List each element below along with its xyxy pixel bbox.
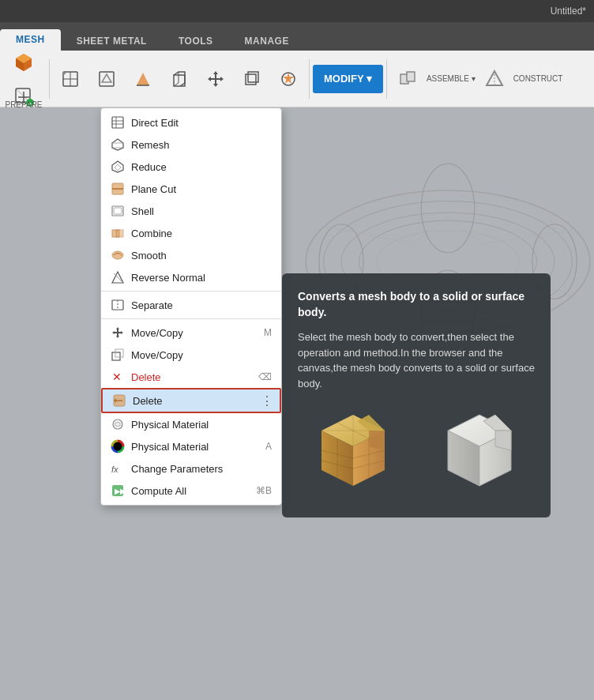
svg-rect-24 <box>407 72 415 81</box>
direct-edit-icon <box>111 115 125 130</box>
svg-line-39 <box>483 231 573 244</box>
menu-item-smooth[interactable]: Smooth <box>101 244 281 266</box>
menu-item-change-parameters[interactable]: fx Change Parameters <box>101 457 281 480</box>
convert-mesh-icon <box>112 393 126 408</box>
smooth-label: Smooth <box>131 250 167 262</box>
mesh-shape-icon <box>132 68 154 90</box>
menu-item-plane-cut[interactable]: Plane Cut <box>101 178 281 200</box>
smooth-icon <box>111 248 125 262</box>
toolbar-prepare-group: + PREPARE <box>6 44 41 114</box>
combine-label: Combine <box>131 228 172 239</box>
assemble-icon <box>397 68 419 90</box>
svg-text:✕: ✕ <box>112 371 122 383</box>
svg-rect-20 <box>246 74 256 85</box>
menu-item-reverse-normal[interactable]: Reverse Normal <box>101 266 281 288</box>
assemble-btn[interactable] <box>390 62 425 96</box>
compute-all-label: Compute All <box>131 485 186 497</box>
mesh-tool-6[interactable] <box>235 62 269 96</box>
menu-item-remesh[interactable]: Remesh <box>101 134 281 156</box>
mesh-reduce-icon <box>96 68 118 90</box>
shell-label: Shell <box>131 205 154 217</box>
solid-cube-illustration <box>432 407 527 502</box>
menu-item-separate[interactable]: Separate <box>101 294 281 316</box>
compute-all-shortcut: ⌘B <box>256 485 272 496</box>
menu-item-compute-all[interactable]: ▶▶ Compute All ⌘B <box>101 480 281 502</box>
menu-item-direct-edit[interactable]: Direct Edit <box>101 111 281 134</box>
sep1 <box>49 59 50 99</box>
svg-rect-64 <box>112 352 120 360</box>
mesh-tool-2[interactable] <box>89 62 124 96</box>
mesh-star-icon <box>277 68 299 90</box>
sep2 <box>309 59 310 99</box>
modify-button[interactable]: MODIFY ▾ <box>313 65 383 93</box>
tab-bar: MESH SHEET METAL TOOLS MANAGE <box>0 22 594 51</box>
separate-icon <box>111 298 125 312</box>
svg-rect-21 <box>248 72 258 82</box>
convert-mesh-more: ⋮ <box>261 393 273 408</box>
separator-2 <box>101 318 281 319</box>
reverse-normal-icon <box>111 270 125 284</box>
menu-item-physical-material[interactable]: Physical Material <box>101 413 281 435</box>
separate-label: Separate <box>131 299 173 311</box>
tab-manage[interactable]: MANAGE <box>229 31 305 51</box>
svg-text:▶▶: ▶▶ <box>115 487 125 495</box>
mesh-tool-3[interactable] <box>126 62 160 96</box>
delete-shortcut: ⌫ <box>258 371 272 382</box>
tab-sheet-metal[interactable]: SHEET METAL <box>61 31 163 51</box>
mesh-tool-5[interactable] <box>198 62 233 96</box>
remesh-label: Remesh <box>131 139 169 151</box>
svg-line-36 <box>324 226 413 244</box>
toolbar: + PREPARE <box>0 51 594 107</box>
svg-rect-58 <box>116 230 123 237</box>
mesh-move-icon <box>205 68 227 90</box>
window-title: Untitled* <box>551 6 586 17</box>
move-copy-icon <box>111 326 125 340</box>
reverse-normal-label: Reverse Normal <box>131 272 205 284</box>
remesh-icon <box>111 137 125 152</box>
plane-cut-icon <box>111 182 125 196</box>
menu-item-appearance[interactable]: Physical Material A <box>101 435 281 457</box>
mesh-cube-icon <box>241 68 263 90</box>
mesh-tool-1[interactable] <box>53 62 88 96</box>
combine-icon <box>111 226 125 240</box>
delete-icon: ✕ <box>111 370 125 384</box>
reduce-label: Reduce <box>131 161 167 173</box>
modify-label: MODIFY ▾ <box>324 73 372 85</box>
top-bar: Untitled* <box>0 0 594 22</box>
appearance-label: Physical Material <box>131 441 209 453</box>
svg-marker-15 <box>102 74 111 82</box>
construct-btn[interactable] <box>477 62 512 96</box>
construct-label: CONSTRUCT <box>513 74 563 83</box>
menu-item-reduce[interactable]: Reduce <box>101 156 281 178</box>
cube-illustrations <box>298 407 535 502</box>
cube-icon <box>13 51 35 73</box>
main-canvas: Direct Edit Remesh Reduce Plane Cut Shel <box>0 107 594 700</box>
mesh-tool-7[interactable] <box>271 62 306 96</box>
move-copy-shortcut: M <box>264 327 272 338</box>
prepare-cube-btn[interactable] <box>6 44 41 79</box>
construct-icon <box>483 68 506 90</box>
mesh-edit-icon <box>59 68 81 90</box>
scale-mesh-icon <box>111 348 125 362</box>
svg-marker-48 <box>112 139 123 150</box>
menu-item-move-copy[interactable]: Move/Copy M <box>101 322 281 344</box>
compute-all-icon: ▶▶ <box>111 484 125 498</box>
delete-label: Delete <box>131 371 161 383</box>
appearance-shortcut: A <box>265 441 272 452</box>
physical-material-icon <box>111 417 125 431</box>
menu-item-scale-mesh[interactable]: Move/Copy <box>101 344 281 366</box>
change-parameters-label: Change Parameters <box>131 463 223 475</box>
svg-marker-97 <box>495 431 511 450</box>
tab-tools[interactable]: TOOLS <box>163 31 229 51</box>
menu-item-combine[interactable]: Combine <box>101 222 281 244</box>
svg-marker-52 <box>115 164 121 171</box>
menu-item-convert-mesh[interactable]: Delete ⋮ <box>101 388 281 413</box>
tooltip-body: Select the mesh body to convert,then sel… <box>298 329 535 391</box>
menu-item-shell[interactable]: Shell <box>101 200 281 222</box>
menu-item-delete[interactable]: ✕ Delete ⌫ <box>101 366 281 388</box>
reduce-icon <box>111 160 125 174</box>
move-copy-label: Move/Copy <box>131 327 183 339</box>
mesh-tool-4[interactable] <box>162 62 197 96</box>
sep3 <box>386 59 387 99</box>
assemble-label: ASSEMBLE ▾ <box>427 74 476 83</box>
